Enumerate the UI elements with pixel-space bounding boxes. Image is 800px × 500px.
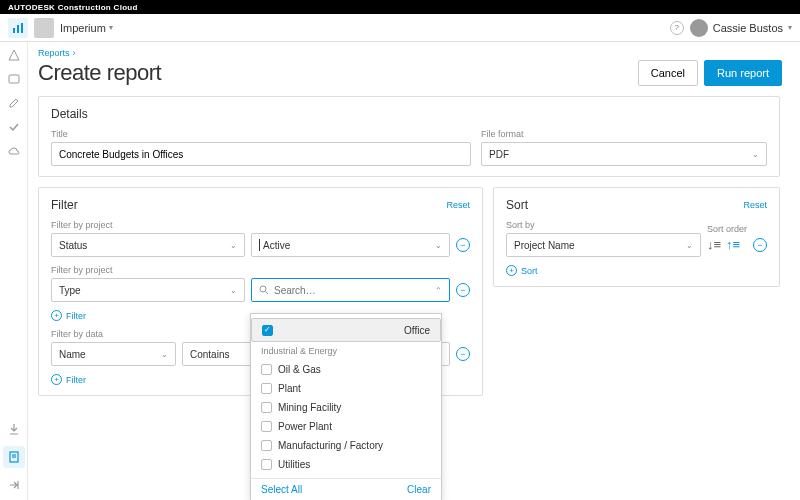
dropdown-option[interactable]: Utilities <box>251 455 441 474</box>
filter-reset-link[interactable]: Reset <box>446 200 470 210</box>
dropdown-option[interactable]: Mining Facility <box>251 398 441 417</box>
brand-bar: AUTODESK Construction Cloud <box>0 0 800 14</box>
filter-by-project-label-2: Filter by project <box>51 265 470 275</box>
project-thumbnail <box>34 18 54 38</box>
title-label: Title <box>51 129 471 139</box>
nav-rail <box>0 42 28 500</box>
file-format-select[interactable]: PDF ⌄ <box>481 142 767 166</box>
remove-data-filter-button[interactable]: − <box>456 347 470 361</box>
app-header: Imperium ▾ ? Cassie Bustos ▾ <box>0 14 800 42</box>
sort-order-label: Sort order <box>707 224 747 234</box>
add-sort-link[interactable]: +Sort <box>506 265 767 276</box>
dropdown-option[interactable]: Plant <box>251 379 441 398</box>
svg-line-8 <box>266 292 269 295</box>
chevron-right-icon: › <box>73 48 76 58</box>
dropdown-option[interactable]: Manufacturing / Factory <box>251 436 441 455</box>
type-dropdown: Office Industrial & Energy Oil & Gas Pla… <box>250 313 442 500</box>
filter-field-select[interactable]: Status⌄ <box>51 233 245 257</box>
filter-type-search[interactable]: ⌃ <box>251 278 450 302</box>
help-icon[interactable]: ? <box>670 21 684 35</box>
sort-reset-link[interactable]: Reset <box>743 200 767 210</box>
avatar <box>690 19 708 37</box>
svg-rect-1 <box>17 25 19 33</box>
filter-value-select[interactable]: Active⌄ <box>251 233 450 257</box>
run-report-button[interactable]: Run report <box>704 60 782 86</box>
file-format-label: File format <box>481 129 767 139</box>
cancel-button[interactable]: Cancel <box>638 60 698 86</box>
dropdown-option[interactable]: Power Plant <box>251 417 441 436</box>
nav-reports-icon[interactable] <box>3 446 25 468</box>
svg-rect-3 <box>9 75 19 83</box>
filter-field-select-2[interactable]: Type⌄ <box>51 278 245 302</box>
nav-edit-icon[interactable] <box>7 96 21 110</box>
search-input[interactable] <box>274 279 430 301</box>
sort-heading: Sort <box>506 198 528 212</box>
user-menu[interactable]: Cassie Bustos ▾ <box>690 19 792 37</box>
nav-alert-icon[interactable] <box>7 48 21 62</box>
title-input[interactable] <box>51 142 471 166</box>
dropdown-group-label: Industrial & Energy <box>251 342 441 360</box>
search-icon <box>259 285 269 295</box>
breadcrumb[interactable]: Reports › <box>38 48 782 58</box>
main-content: Reports › Create report Cancel Run repor… <box>28 42 800 500</box>
remove-filter-button-2[interactable]: − <box>456 283 470 297</box>
dropdown-option[interactable]: Oil & Gas <box>251 360 441 379</box>
remove-sort-button[interactable]: − <box>753 238 767 252</box>
chevron-up-icon: ⌃ <box>435 286 442 295</box>
filter-card: Filter Reset Filter by project Status⌄ A… <box>38 187 483 396</box>
chevron-down-icon: ▾ <box>788 23 792 32</box>
nav-card-icon[interactable] <box>7 72 21 86</box>
project-selector[interactable]: Imperium ▾ <box>60 22 113 34</box>
clear-link[interactable]: Clear <box>407 484 431 495</box>
data-field-select[interactable]: Name⌄ <box>51 342 176 366</box>
sort-by-select[interactable]: Project Name⌄ <box>506 233 701 257</box>
sort-card: Sort Reset Sort by Project Name⌄ Sort or… <box>493 187 780 287</box>
sort-desc-icon[interactable]: ↓≡ <box>707 237 721 252</box>
chevron-down-icon: ⌄ <box>752 150 759 159</box>
page-title: Create report <box>38 60 161 86</box>
download-icon[interactable] <box>7 422 21 436</box>
sort-by-label: Sort by <box>506 220 701 230</box>
chevron-down-icon: ▾ <box>109 23 113 32</box>
dropdown-option-office[interactable]: Office <box>251 318 441 342</box>
svg-rect-2 <box>21 23 23 33</box>
details-heading: Details <box>51 107 767 121</box>
sort-asc-icon[interactable]: ↑≡ <box>726 237 740 252</box>
collapse-icon[interactable] <box>7 478 21 492</box>
reports-icon[interactable] <box>8 18 28 38</box>
details-card: Details Title File format PDF ⌄ <box>38 96 780 177</box>
nav-check-icon[interactable] <box>7 120 21 134</box>
svg-rect-0 <box>13 28 15 33</box>
filter-heading: Filter <box>51 198 78 212</box>
svg-point-7 <box>260 286 266 292</box>
filter-by-project-label: Filter by project <box>51 220 470 230</box>
select-all-link[interactable]: Select All <box>261 484 302 495</box>
remove-filter-button[interactable]: − <box>456 238 470 252</box>
brand-text: AUTODESK Construction Cloud <box>8 3 138 12</box>
nav-cloud-icon[interactable] <box>7 144 21 158</box>
